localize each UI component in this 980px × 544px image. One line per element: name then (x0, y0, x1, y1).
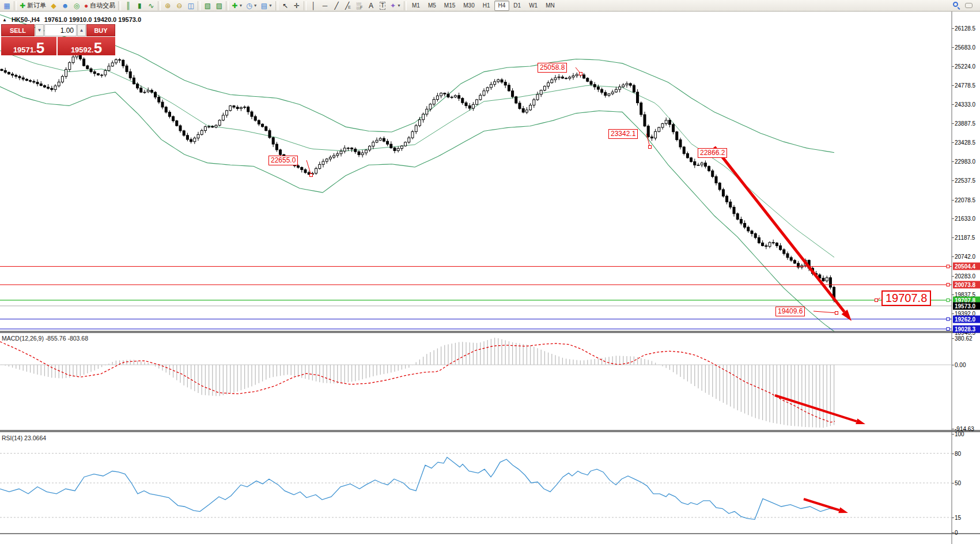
chart-shift-icon[interactable]: ▨ (213, 1, 225, 11)
price-tick-label[interactable]: 22983.0 (955, 158, 975, 165)
trend-arrow-rsi[interactable] (804, 499, 839, 510)
bar-chart-icon[interactable]: ║ (122, 1, 134, 11)
macd-tick-label[interactable]: 0.00 (955, 362, 966, 368)
rsi-tick-label[interactable]: 80 (955, 450, 961, 456)
price-annotation-22655.0[interactable]: 22655.0 (268, 156, 298, 165)
vline-icon[interactable]: │ (308, 1, 319, 11)
hline-icon[interactable]: ─ (319, 1, 331, 11)
timeframe-m30[interactable]: M30 (459, 1, 478, 11)
buy-button[interactable]: BUY (86, 24, 115, 36)
candle-body (93, 71, 96, 73)
timeframe-m1[interactable]: M1 (408, 1, 424, 11)
templates-icon[interactable]: ▤▼ (259, 1, 274, 11)
auto-arrange-icon[interactable]: ▧ (202, 1, 213, 11)
trendline-icon[interactable]: ╱ (331, 1, 342, 11)
price-tick-label[interactable]: 21187.5 (955, 235, 975, 241)
new-order-button[interactable]: ✚新订单 (18, 1, 48, 11)
price-tick-label[interactable]: 23428.5 (955, 139, 975, 146)
timeframe-mn[interactable]: MN (542, 1, 559, 11)
annotation-anchor[interactable] (310, 174, 313, 177)
price-annotation-23342.1[interactable]: 23342.1 (608, 129, 638, 139)
charts-tile-icon[interactable]: ▦ (1, 1, 13, 11)
candle-body (126, 66, 128, 71)
candle-body (604, 92, 607, 95)
trend-arrow-main[interactable] (714, 147, 845, 312)
search-icon[interactable] (953, 2, 960, 9)
price-tick-label[interactable]: 23887.5 (955, 120, 975, 126)
hline-handle[interactable] (947, 299, 949, 301)
volume-input[interactable]: 1.00 (44, 24, 77, 36)
annotation-anchor[interactable] (835, 312, 838, 315)
chart-area[interactable]: ▲ HK50-,H4 19761.0 19910.0 19420.0 19573… (0, 12, 980, 544)
price-annotation-25058.8[interactable]: 25058.8 (538, 63, 567, 73)
chart-canvas[interactable] (0, 12, 980, 544)
candle-body (465, 103, 467, 105)
crosshair-icon[interactable]: ✛ (291, 1, 302, 11)
channel-icon[interactable]: ╱E (342, 1, 354, 11)
hline-handle[interactable] (947, 284, 949, 286)
volume-increment-button[interactable]: ▲ (77, 24, 86, 36)
hline-handle[interactable] (947, 265, 949, 268)
price-tick-label[interactable]: 25683.0 (955, 44, 975, 50)
chevron-down-icon[interactable]: ▼ (397, 3, 401, 7)
volume-decrement-button[interactable]: ▼ (35, 24, 44, 36)
macd-tick-label[interactable]: 380.62 (955, 335, 973, 342)
price-annotation-19707.8[interactable]: 19707.8 (881, 290, 931, 306)
price-tick-label[interactable]: 25224.0 (955, 63, 975, 70)
price-tick-label[interactable]: 24333.0 (955, 101, 975, 107)
timeframe-h1[interactable]: H1 (479, 1, 494, 11)
signals-icon[interactable]: ◎ (71, 1, 82, 11)
price-tick-label[interactable]: 24778.5 (955, 82, 975, 89)
rsi-tick-label[interactable]: 15 (955, 514, 961, 520)
candle-body (354, 149, 357, 152)
fibonacci-icon[interactable]: ░F (354, 1, 365, 11)
price-tick-label[interactable]: 22537.5 (955, 177, 975, 183)
rsi-tick-label[interactable]: 50 (955, 480, 961, 486)
text-icon[interactable]: A (365, 1, 377, 11)
price-tick-label[interactable]: 20283.0 (955, 273, 975, 279)
timeframe-w1[interactable]: W1 (525, 1, 542, 11)
price-annotation-19409.6[interactable]: 19409.6 (775, 307, 805, 316)
tile-windows-icon[interactable]: ◫ (185, 1, 196, 11)
price-tick-label[interactable]: 21633.0 (955, 216, 975, 222)
timeframe-d1[interactable]: D1 (509, 1, 525, 11)
sell-price[interactable]: 19571.5 (1, 37, 56, 55)
trend-arrow-macd[interactable] (775, 395, 857, 421)
shapes-icon[interactable]: ✦▼ (388, 1, 403, 11)
price-tick-label[interactable]: 22078.5 (955, 197, 975, 203)
hline-handle[interactable] (947, 327, 949, 330)
market-watch-icon[interactable]: ◆ (48, 1, 59, 11)
price-tick-label[interactable]: 26128.5 (955, 25, 975, 32)
annotation-anchor[interactable] (875, 299, 878, 302)
periods-icon[interactable]: ◷▼ (244, 1, 259, 11)
chevron-down-icon[interactable]: ▼ (253, 3, 258, 7)
label-icon[interactable]: T (377, 1, 388, 11)
annotation-anchor[interactable] (649, 146, 652, 149)
sell-button[interactable]: SELL (1, 24, 35, 36)
candle-body (176, 121, 178, 126)
timeframe-m15[interactable]: M15 (440, 1, 459, 11)
candle-body (233, 106, 235, 107)
hline-handle[interactable] (947, 318, 949, 320)
timeframe-m5[interactable]: M5 (424, 1, 440, 11)
notifications-icon[interactable]: 1 (965, 2, 974, 9)
chevron-down-icon[interactable]: ▼ (268, 3, 273, 7)
rsi-tick-label[interactable]: 0 (955, 529, 958, 535)
cursor-icon[interactable]: ↖ (279, 1, 291, 11)
add-indicator-icon[interactable]: ✚▼ (230, 1, 244, 11)
buy-price[interactable]: 19592.5 (58, 37, 115, 55)
accounts-icon[interactable]: ☻ (59, 1, 71, 11)
price-annotation-22866.2[interactable]: 22866.2 (698, 148, 727, 158)
candlestick-icon: ▮ (138, 2, 142, 9)
annotation-anchor[interactable] (580, 73, 582, 75)
rsi-tick-label[interactable]: 100 (955, 430, 964, 437)
timeframe-h4[interactable]: H4 (494, 1, 510, 11)
chevron-down-icon[interactable]: ▼ (239, 3, 243, 7)
auto-trading-button[interactable]: ●自动交易 (82, 1, 117, 11)
line-chart-icon[interactable]: ∿ (145, 1, 157, 11)
macd-tick (952, 365, 954, 365)
zoom-out-icon[interactable]: ⊖ (173, 1, 185, 11)
candlestick-icon[interactable]: ▮ (134, 1, 145, 11)
zoom-in-icon[interactable]: ⊕ (162, 1, 173, 11)
price-tick-label[interactable]: 20742.0 (955, 253, 975, 259)
